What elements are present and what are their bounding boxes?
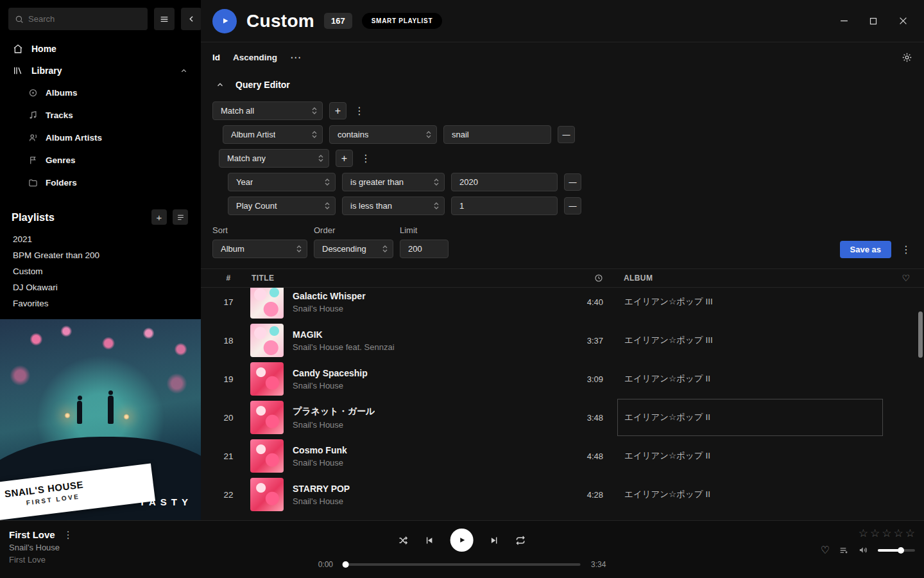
volume-button[interactable] [858, 545, 869, 556]
collapse-query-editor-button[interactable] [212, 78, 228, 91]
sidebar-item-library[interactable]: Library [0, 60, 201, 82]
sidebar-item-albums[interactable]: Albums [0, 82, 201, 104]
rule-field-select[interactable]: Album Artist [223, 125, 323, 144]
query-options-button[interactable]: ⋮ [900, 241, 912, 258]
add-playlist-button[interactable]: + [151, 209, 167, 225]
query-rule-row: Play Count is less than — [228, 197, 912, 215]
chevron-up-icon[interactable] [180, 67, 188, 75]
star-icon[interactable]: ☆ [894, 528, 903, 539]
track-row[interactable]: 18 MAGIK Snail's House feat. Sennzai 3:3… [201, 321, 924, 360]
rule-value-input[interactable] [451, 173, 558, 191]
volume-slider[interactable] [878, 549, 915, 552]
play-pause-button[interactable] [450, 529, 474, 552]
track-row[interactable]: 22 STARRY POP Snail's House 4:28 エイリアン☆ポ… [201, 475, 924, 514]
nav-back-button[interactable] [181, 8, 201, 30]
remove-rule-button[interactable]: — [558, 126, 575, 143]
playlist-item[interactable]: Favorites [0, 295, 201, 311]
search-box[interactable] [8, 8, 148, 30]
sidebar-item-genres[interactable]: Genres [0, 149, 201, 171]
rule-options-button[interactable]: ⋮ [353, 102, 366, 119]
sidebar-item-home[interactable]: Home [0, 38, 201, 60]
repeat-icon [515, 535, 526, 546]
group-options-button[interactable]: ⋮ [359, 150, 372, 167]
minus-icon: — [563, 130, 570, 140]
limit-label: Limit [400, 225, 449, 235]
playlist-item[interactable]: BPM Greater than 200 [0, 247, 201, 263]
window-minimize-button[interactable] [834, 12, 853, 31]
seek-handle[interactable] [343, 561, 349, 568]
rule-operator-select[interactable]: is less than [342, 197, 445, 215]
library-icon [13, 66, 23, 76]
window-close-button[interactable] [893, 12, 912, 31]
rule-field-select[interactable]: Play Count [228, 197, 336, 215]
order-select[interactable]: Descending [314, 240, 393, 258]
star-icon[interactable]: ☆ [859, 528, 868, 539]
queue-button[interactable] [839, 545, 849, 556]
sidebar-item-tracks[interactable]: Tracks [0, 104, 201, 127]
track-duration: 4:28 [557, 490, 612, 500]
column-favorite[interactable]: ♡ [888, 273, 924, 283]
track-duration: 3:09 [557, 374, 612, 384]
add-group-rule-button[interactable]: + [336, 150, 353, 167]
seek-slider[interactable] [343, 563, 581, 566]
next-track-button[interactable] [489, 535, 500, 546]
menu-button[interactable] [154, 8, 175, 30]
star-icon[interactable]: ☆ [882, 528, 891, 539]
sort-order-button[interactable]: Ascending [233, 53, 277, 62]
column-title[interactable]: TITLE [242, 274, 557, 283]
smart-playlist-badge: SMART PLAYLIST [362, 13, 443, 29]
rule-operator-select[interactable]: contains [329, 125, 437, 144]
remove-rule-button[interactable]: — [564, 173, 581, 191]
remove-rule-button[interactable]: — [564, 197, 581, 215]
playlist-item[interactable]: Custom [0, 263, 201, 279]
rule-value-input[interactable] [443, 125, 551, 144]
track-row[interactable]: 20 プラネット・ガール Snail's House 3:48 エイリアン☆ポッ… [201, 398, 924, 437]
column-duration[interactable] [557, 274, 612, 283]
query-root-match-row: Match all + ⋮ [212, 101, 912, 120]
track-row[interactable]: 17 Galactic Whisper Snail's House 4:40 エ… [201, 283, 924, 321]
playlist-item[interactable]: 2021 [0, 231, 201, 247]
column-index[interactable]: # [201, 274, 242, 283]
track-album-focused-cell[interactable]: エイリアン☆ポップ II [617, 399, 883, 436]
sort-select[interactable]: Album [212, 240, 307, 258]
rule-value-input[interactable] [451, 197, 558, 215]
favorite-button[interactable]: ♡ [821, 545, 830, 556]
track-index: 21 [201, 451, 242, 461]
settings-button[interactable] [902, 52, 912, 63]
track-index: 17 [201, 297, 242, 307]
scrollbar-thumb[interactable] [918, 311, 923, 358]
previous-track-button[interactable] [424, 535, 435, 546]
playlist-item[interactable]: DJ Okawari [0, 279, 201, 295]
player-right-controls: ☆ ☆ ☆ ☆ ☆ ♡ [821, 528, 915, 556]
track-row[interactable]: 19 Candy Spaceship Snail's House 3:09 エイ… [201, 360, 924, 398]
repeat-button[interactable] [515, 535, 526, 546]
track-row[interactable]: 21 Cosmo Funk Snail's House 4:48 エイリアン☆ポ… [201, 437, 924, 475]
sort-field-button[interactable]: Id [212, 53, 220, 62]
limit-input[interactable] [400, 240, 449, 258]
rule-operator-select[interactable]: is greater than [342, 173, 445, 191]
more-options-button[interactable]: ⋯ [290, 52, 301, 63]
query-rule-row: Year is greater than — [228, 173, 912, 191]
star-icon[interactable]: ☆ [905, 528, 915, 539]
track-count-badge: 167 [324, 13, 352, 29]
query-rule-row: Album Artist contains — [223, 125, 912, 144]
window-maximize-button[interactable] [864, 12, 883, 31]
playlist-list-button[interactable] [173, 209, 188, 225]
folder-icon [28, 178, 38, 188]
group-match-type-select[interactable]: Match any [219, 149, 329, 168]
sidebar-item-album-artists[interactable]: Album Artists [0, 127, 201, 149]
star-icon[interactable]: ☆ [870, 528, 880, 539]
shuffle-button[interactable] [398, 535, 409, 546]
track-art [250, 362, 284, 396]
column-album[interactable]: ALBUM [612, 274, 888, 283]
volume-handle[interactable] [898, 547, 904, 554]
add-rule-button[interactable]: + [329, 102, 346, 119]
save-as-button[interactable]: Save as [840, 241, 891, 258]
rule-field-select[interactable]: Year [228, 173, 336, 191]
sidebar-item-folders[interactable]: Folders [0, 171, 201, 194]
match-type-select[interactable]: Match all [212, 101, 323, 120]
track-duration: 4:48 [557, 451, 612, 461]
play-playlist-button[interactable] [212, 9, 237, 33]
now-playing-options-button[interactable]: ⋮ [64, 529, 73, 540]
search-input[interactable] [28, 14, 141, 24]
